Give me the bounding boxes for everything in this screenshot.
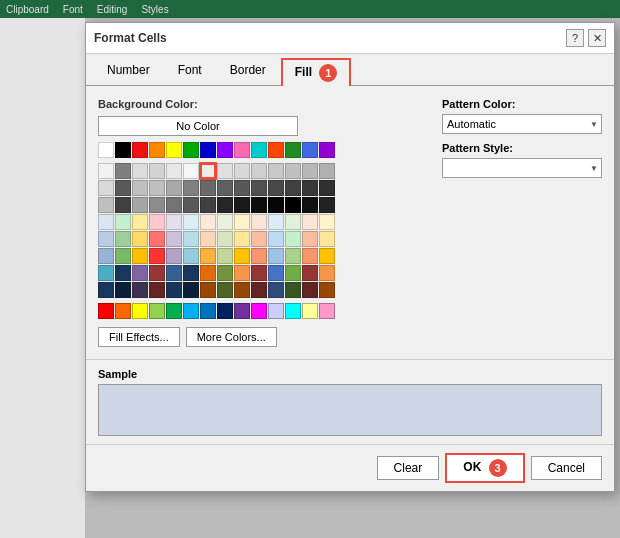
color-cell[interactable] (251, 214, 267, 230)
color-cell[interactable] (302, 248, 318, 264)
color-cell[interactable] (319, 265, 335, 281)
standard-color-cell[interactable] (285, 303, 301, 319)
standard-color-cell[interactable] (149, 303, 165, 319)
color-cell[interactable] (166, 163, 182, 179)
color-cell[interactable] (302, 163, 318, 179)
more-colors-button[interactable]: More Colors... (186, 327, 277, 347)
color-cell[interactable] (98, 282, 114, 298)
color-cell[interactable] (200, 163, 216, 179)
color-cell[interactable] (132, 214, 148, 230)
color-cell[interactable] (166, 282, 182, 298)
color-cell[interactable] (149, 231, 165, 247)
color-cell[interactable] (217, 265, 233, 281)
color-cell[interactable] (285, 197, 301, 213)
color-cell[interactable] (98, 214, 114, 230)
color-cell[interactable] (319, 180, 335, 196)
color-cell[interactable] (183, 231, 199, 247)
color-cell[interactable] (132, 265, 148, 281)
color-cell[interactable] (200, 282, 216, 298)
color-cell[interactable] (200, 197, 216, 213)
color-cell[interactable] (183, 214, 199, 230)
color-cell[interactable] (132, 163, 148, 179)
color-cell[interactable] (115, 282, 131, 298)
color-cell[interactable] (302, 180, 318, 196)
color-cell[interactable] (217, 282, 233, 298)
pattern-color-select[interactable]: Automatic (442, 114, 602, 134)
color-cell[interactable] (268, 282, 284, 298)
color-cell[interactable] (302, 265, 318, 281)
close-button[interactable]: ✕ (588, 29, 606, 47)
color-cell[interactable] (319, 248, 335, 264)
color-cell[interactable] (149, 163, 165, 179)
color-cell[interactable] (132, 142, 148, 158)
color-cell[interactable] (217, 248, 233, 264)
ok-button[interactable]: OK 3 (445, 453, 524, 483)
fill-effects-button[interactable]: Fill Effects... (98, 327, 180, 347)
color-cell[interactable] (115, 214, 131, 230)
color-cell[interactable] (132, 231, 148, 247)
color-cell[interactable] (217, 214, 233, 230)
color-cell[interactable] (166, 180, 182, 196)
color-cell[interactable] (302, 231, 318, 247)
color-cell[interactable] (268, 180, 284, 196)
color-cell[interactable] (98, 231, 114, 247)
color-cell[interactable] (268, 231, 284, 247)
color-cell[interactable] (132, 282, 148, 298)
color-cell[interactable] (251, 142, 267, 158)
color-cell[interactable] (149, 265, 165, 281)
color-cell[interactable] (268, 163, 284, 179)
color-cell[interactable] (132, 180, 148, 196)
color-cell[interactable] (115, 163, 131, 179)
color-cell[interactable] (132, 248, 148, 264)
color-cell[interactable] (234, 142, 250, 158)
color-cell[interactable] (302, 214, 318, 230)
color-cell[interactable] (115, 197, 131, 213)
tab-border[interactable]: Border (217, 58, 279, 85)
color-cell[interactable] (149, 214, 165, 230)
color-cell[interactable] (302, 142, 318, 158)
color-cell[interactable] (234, 197, 250, 213)
standard-color-cell[interactable] (183, 303, 199, 319)
color-cell[interactable] (115, 265, 131, 281)
color-cell[interactable] (98, 142, 114, 158)
color-cell[interactable] (166, 142, 182, 158)
color-cell[interactable] (234, 163, 250, 179)
color-cell[interactable] (98, 248, 114, 264)
color-cell[interactable] (251, 265, 267, 281)
color-cell[interactable] (166, 214, 182, 230)
standard-color-cell[interactable] (98, 303, 114, 319)
color-cell[interactable] (200, 142, 216, 158)
color-cell[interactable] (285, 163, 301, 179)
color-cell[interactable] (183, 197, 199, 213)
color-cell[interactable] (183, 248, 199, 264)
color-cell[interactable] (98, 197, 114, 213)
color-cell[interactable] (217, 231, 233, 247)
color-cell[interactable] (268, 265, 284, 281)
color-cell[interactable] (98, 163, 114, 179)
color-cell[interactable] (149, 142, 165, 158)
color-cell[interactable] (285, 282, 301, 298)
color-cell[interactable] (319, 214, 335, 230)
standard-color-cell[interactable] (217, 303, 233, 319)
color-cell[interactable] (149, 248, 165, 264)
color-cell[interactable] (149, 180, 165, 196)
color-cell[interactable] (183, 282, 199, 298)
color-cell[interactable] (251, 197, 267, 213)
help-button[interactable]: ? (566, 29, 584, 47)
color-cell[interactable] (302, 282, 318, 298)
color-cell[interactable] (234, 248, 250, 264)
color-cell[interactable] (166, 197, 182, 213)
color-cell[interactable] (268, 214, 284, 230)
color-cell[interactable] (234, 214, 250, 230)
color-cell[interactable] (234, 180, 250, 196)
color-cell[interactable] (285, 214, 301, 230)
color-cell[interactable] (285, 180, 301, 196)
color-cell[interactable] (234, 265, 250, 281)
color-cell[interactable] (98, 265, 114, 281)
color-cell[interactable] (217, 197, 233, 213)
color-cell[interactable] (319, 197, 335, 213)
color-cell[interactable] (217, 142, 233, 158)
color-cell[interactable] (115, 180, 131, 196)
color-cell[interactable] (200, 231, 216, 247)
color-cell[interactable] (234, 282, 250, 298)
